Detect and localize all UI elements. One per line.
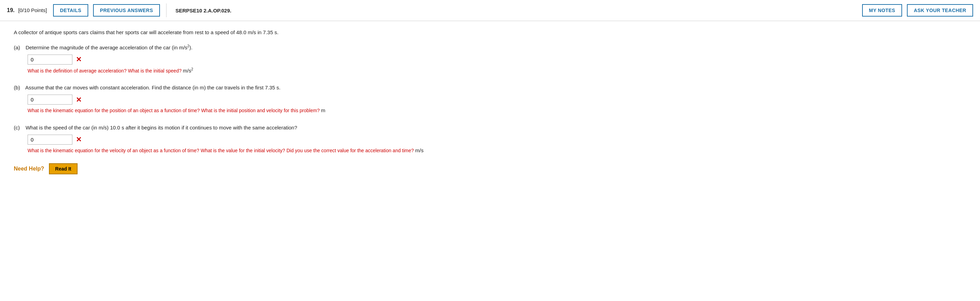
part-b-hint-text: What is the kinematic equation for the p… (27, 108, 320, 113)
part-b: (b) Assume that the car moves with const… (14, 83, 966, 115)
part-b-wrong-icon: ✕ (76, 96, 82, 104)
part-c-wrong-icon: ✕ (76, 135, 82, 144)
part-a-hint-text: What is the definition of average accele… (27, 68, 182, 74)
part-a-input-row: ✕ (27, 54, 966, 64)
header-right-buttons: MY NOTES ASK YOUR TEACHER (862, 4, 973, 16)
part-b-unit: m (321, 107, 325, 113)
part-c-hint: What is the kinematic equation for the v… (27, 147, 966, 155)
part-c-unit: m/s (415, 147, 423, 153)
part-a-input[interactable] (27, 54, 72, 64)
part-a-hint: What is the definition of average accele… (27, 67, 966, 75)
header-divider (166, 3, 167, 17)
content-area: A collector of antique sports cars claim… (0, 21, 980, 185)
q-number: 19. (7, 7, 14, 13)
part-b-prefix: (b) (14, 83, 24, 92)
points-label: [0/10 Points] (18, 7, 47, 13)
part-b-input-row: ✕ (27, 94, 966, 105)
part-c-input[interactable] (27, 134, 72, 145)
part-a-prefix: (a) (14, 43, 24, 52)
part-b-hint: What is the kinematic equation for the p… (27, 107, 966, 115)
page-wrapper: 19. [0/10 Points] DETAILS PREVIOUS ANSWE… (0, 0, 980, 301)
need-help-row: Need Help? Read It (14, 163, 966, 175)
my-notes-button[interactable]: MY NOTES (862, 4, 902, 16)
details-button[interactable]: DETAILS (53, 4, 88, 16)
part-c: (c) What is the speed of the car (in m/s… (14, 123, 966, 155)
part-a-unit: m/s2 (183, 68, 193, 74)
part-b-text: Assume that the car moves with constant … (25, 85, 280, 90)
part-a-label: (a) Determine the magnitude of the avera… (14, 43, 966, 52)
read-it-button[interactable]: Read It (49, 163, 78, 175)
part-c-input-row: ✕ (27, 134, 966, 145)
part-c-hint-text: What is the kinematic equation for the v… (27, 148, 414, 153)
part-a-text: Determine the magnitude of the average a… (25, 45, 192, 50)
problem-code: SERPSE10 2.A.OP.029. (175, 8, 231, 13)
part-b-label: (b) Assume that the car moves with const… (14, 83, 966, 92)
part-c-prefix: (c) (14, 123, 24, 132)
ask-teacher-button[interactable]: ASK YOUR TEACHER (907, 4, 973, 16)
part-b-input[interactable] (27, 94, 72, 105)
part-c-text: What is the speed of the car (in m/s) 10… (25, 125, 297, 130)
need-help-label: Need Help? (14, 166, 44, 172)
header-row: 19. [0/10 Points] DETAILS PREVIOUS ANSWE… (0, 0, 980, 21)
part-a-wrong-icon: ✕ (76, 55, 82, 64)
problem-statement: A collector of antique sports cars claim… (14, 29, 966, 37)
part-c-label: (c) What is the speed of the car (in m/s… (14, 123, 966, 132)
question-number: 19. [0/10 Points] (7, 7, 47, 13)
part-a: (a) Determine the magnitude of the avera… (14, 43, 966, 75)
previous-answers-button[interactable]: PREVIOUS ANSWERS (93, 4, 160, 16)
